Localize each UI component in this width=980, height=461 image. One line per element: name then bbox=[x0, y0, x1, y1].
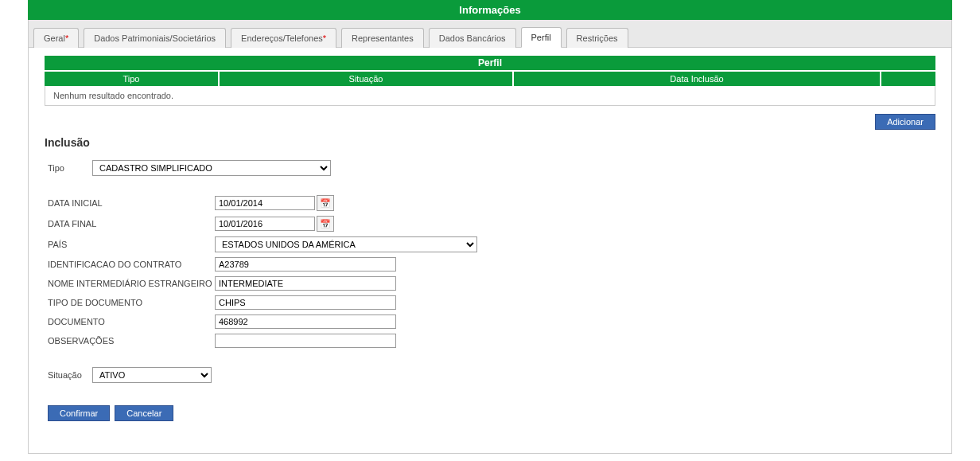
tipo-select[interactable]: CADASTRO SIMPLIFICADO bbox=[92, 160, 331, 176]
situacao-select[interactable]: ATIVO bbox=[92, 367, 212, 383]
sub-header: Perfil bbox=[45, 56, 935, 70]
adicionar-button[interactable]: Adicionar bbox=[875, 114, 935, 130]
page-title: Informações bbox=[459, 4, 520, 16]
confirmar-button[interactable]: Confirmar bbox=[48, 405, 110, 421]
label-ident-contrato: IDENTIFICACAO DO CONTRATO bbox=[48, 260, 215, 269]
label-tipo: Tipo bbox=[48, 163, 92, 173]
observacoes-input[interactable] bbox=[215, 334, 396, 348]
label-pais: PAÍS bbox=[48, 240, 215, 249]
required-marker: * bbox=[323, 33, 326, 43]
tab-content: Perfil Tipo Situação Data Inclusão Nenhu… bbox=[28, 48, 952, 454]
label-situacao: Situação bbox=[48, 370, 92, 380]
label-tipo-documento: TIPO DE DOCUMENTO bbox=[48, 298, 215, 307]
tab-restricoes[interactable]: Restrições bbox=[566, 28, 628, 48]
tabs-bar: Geral* Dados Patrimoniais/Societários En… bbox=[28, 20, 952, 48]
th-actions bbox=[880, 72, 935, 86]
data-final-input[interactable] bbox=[215, 217, 315, 231]
documento-input[interactable] bbox=[215, 314, 396, 329]
tab-perfil[interactable]: Perfil bbox=[521, 27, 562, 48]
table-header-row: Tipo Situação Data Inclusão bbox=[45, 72, 935, 86]
ident-contrato-input[interactable] bbox=[215, 257, 396, 272]
pais-select[interactable]: ESTADOS UNIDOS DA AMÉRICA bbox=[215, 236, 477, 252]
th-tipo: Tipo bbox=[45, 72, 220, 86]
calendar-icon[interactable]: 📅 bbox=[317, 216, 334, 232]
label-documento: DOCUMENTO bbox=[48, 317, 215, 326]
label-data-inicial: DATA INICIAL bbox=[48, 198, 215, 208]
tab-geral[interactable]: Geral* bbox=[33, 28, 79, 48]
label-data-final: DATA FINAL bbox=[48, 219, 215, 229]
th-situacao: Situação bbox=[220, 72, 514, 86]
tab-dados-patrimoniais[interactable]: Dados Patrimoniais/Societários bbox=[84, 28, 226, 48]
label-observacoes: OBSERVAÇÕES bbox=[48, 336, 215, 346]
required-marker: * bbox=[65, 33, 68, 43]
data-inicial-input[interactable] bbox=[215, 196, 315, 210]
section-title: Inclusão bbox=[45, 136, 935, 149]
label-nome-intermediario: NOME INTERMEDIÁRIO ESTRANGEIRO bbox=[48, 279, 215, 288]
tab-enderecos-telefones[interactable]: Endereços/Telefones* bbox=[231, 28, 336, 48]
tipo-documento-input[interactable] bbox=[215, 295, 396, 310]
th-data-inclusao: Data Inclusão bbox=[514, 72, 880, 86]
tab-representantes[interactable]: Representantes bbox=[341, 28, 424, 48]
table-empty-row: Nenhum resultado encontrado. bbox=[45, 86, 935, 106]
nome-intermediario-input[interactable] bbox=[215, 276, 396, 291]
cancelar-button[interactable]: Cancelar bbox=[115, 405, 173, 421]
page-header: Informações bbox=[28, 0, 952, 20]
calendar-icon[interactable]: 📅 bbox=[317, 195, 334, 211]
tab-dados-bancarios[interactable]: Dados Bancários bbox=[429, 28, 516, 48]
